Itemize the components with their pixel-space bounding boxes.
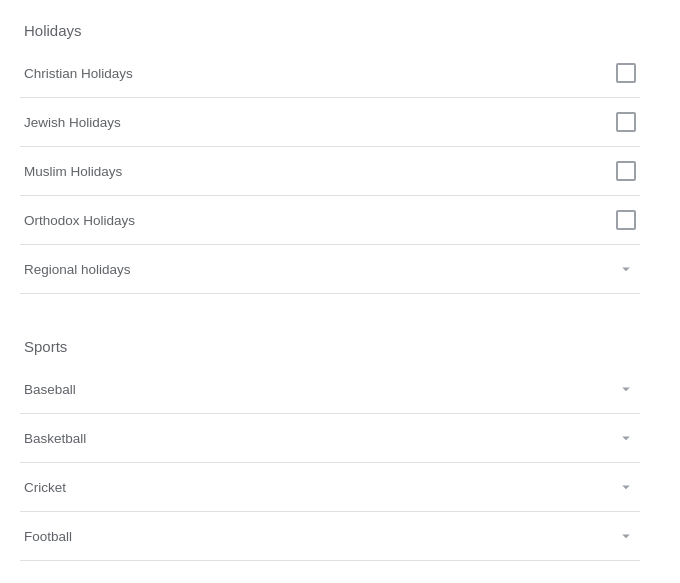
- christian-holidays-item[interactable]: Christian Holidays: [20, 49, 640, 98]
- regional-holidays-label: Regional holidays: [24, 262, 131, 277]
- regional-holidays-chevron-icon: [616, 259, 636, 279]
- orthodox-holidays-label: Orthodox Holidays: [24, 213, 135, 228]
- settings-container: Holidays Christian Holidays Jewish Holid…: [0, 0, 660, 571]
- jewish-holidays-label: Jewish Holidays: [24, 115, 121, 130]
- cricket-item[interactable]: Cricket: [20, 463, 640, 512]
- cricket-chevron-icon: [616, 477, 636, 497]
- regional-holidays-item[interactable]: Regional holidays: [20, 245, 640, 294]
- jewish-holidays-checkbox[interactable]: [616, 112, 636, 132]
- christian-holidays-label: Christian Holidays: [24, 66, 133, 81]
- orthodox-holidays-checkbox[interactable]: [616, 210, 636, 230]
- muslim-holidays-label: Muslim Holidays: [24, 164, 122, 179]
- baseball-chevron-icon: [616, 379, 636, 399]
- cricket-label: Cricket: [24, 480, 66, 495]
- muslim-holidays-item[interactable]: Muslim Holidays: [20, 147, 640, 196]
- sports-section-title: Sports: [20, 326, 640, 365]
- muslim-holidays-checkbox[interactable]: [616, 161, 636, 181]
- football-item[interactable]: Football: [20, 512, 640, 561]
- section-spacer: [20, 294, 640, 326]
- basketball-label: Basketball: [24, 431, 86, 446]
- holidays-section-title: Holidays: [20, 10, 640, 49]
- football-label: Football: [24, 529, 72, 544]
- christian-holidays-checkbox[interactable]: [616, 63, 636, 83]
- basketball-item[interactable]: Basketball: [20, 414, 640, 463]
- basketball-chevron-icon: [616, 428, 636, 448]
- football-chevron-icon: [616, 526, 636, 546]
- jewish-holidays-item[interactable]: Jewish Holidays: [20, 98, 640, 147]
- orthodox-holidays-item[interactable]: Orthodox Holidays: [20, 196, 640, 245]
- baseball-item[interactable]: Baseball: [20, 365, 640, 414]
- baseball-label: Baseball: [24, 382, 76, 397]
